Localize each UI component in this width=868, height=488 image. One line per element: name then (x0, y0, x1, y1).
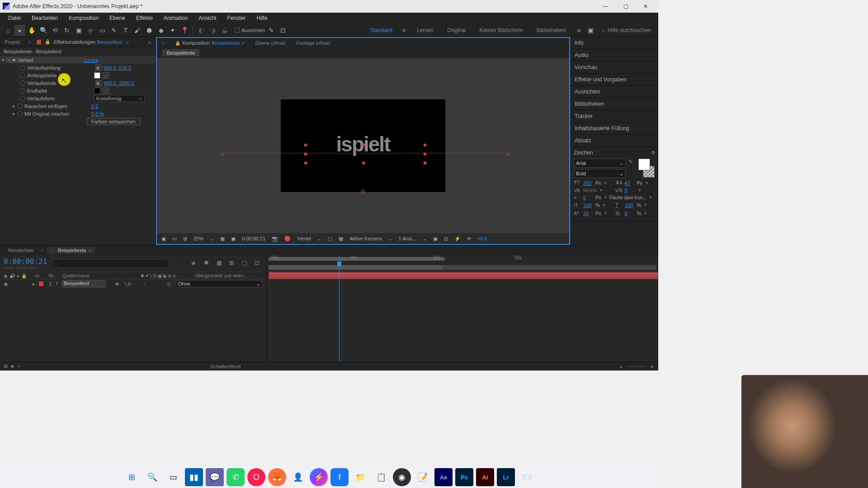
layer-duration-bar[interactable] (269, 272, 658, 279)
dropdown-verlaufsform[interactable]: Kreisförmig ⌄ (94, 95, 145, 102)
tb-obs[interactable]: ◉ (393, 468, 411, 486)
panel-audio[interactable]: Audio (570, 49, 658, 61)
align-checkbox[interactable]: Ausrichten (235, 28, 265, 33)
stopwatch-endfarbe[interactable] (20, 88, 25, 94)
eraser-tool[interactable]: ◆ (156, 25, 166, 36)
chevron-down-icon[interactable]: ⌄ (208, 236, 216, 242)
timeline-search[interactable]: ⌕ (52, 259, 169, 268)
tb-windows[interactable]: ⊞ (123, 468, 141, 486)
hand-tool[interactable]: ✋ (26, 25, 37, 36)
chevron-down-icon[interactable]: ⌄ (316, 236, 323, 242)
viewer-tab-close[interactable]: × (161, 40, 164, 46)
panel-zeichen-title[interactable]: Zeichen (574, 150, 593, 156)
stopwatch-anfangsfarbe[interactable] (20, 73, 25, 78)
panel-menu-icon[interactable]: ≡ (651, 150, 655, 156)
tab-ebene[interactable]: Ebene (ohne) (255, 40, 286, 46)
value-verlaufsanfang[interactable]: 968,0, 628,0 (104, 65, 131, 70)
workspace-kleiner[interactable]: Kleiner Bildschirm (473, 27, 529, 33)
magnify-icon[interactable]: ▣ (160, 236, 168, 242)
brush-tool[interactable]: 🖌 (132, 25, 143, 36)
menu-datei[interactable]: Datei (4, 14, 25, 23)
snap-tool[interactable]: ✎ (266, 25, 277, 36)
bbox-handle[interactable] (362, 162, 365, 164)
3d-icon[interactable]: ▣ (431, 236, 439, 242)
tb-taskview[interactable]: ▭ (164, 468, 182, 486)
panel-tracker[interactable]: Tracker (570, 110, 658, 122)
playhead[interactable] (339, 255, 340, 361)
tb-lightroom[interactable]: Lr (497, 468, 515, 486)
panel-fuellung[interactable]: Inhaltsbasierte Füllung (570, 122, 658, 135)
workspace-lernen[interactable]: Lernen (410, 27, 440, 33)
eyedropper-icon[interactable]: ✎ (628, 159, 633, 178)
tb-opera[interactable]: O (247, 468, 265, 486)
region-icon[interactable]: ▢ (326, 236, 334, 242)
zoom-level[interactable]: 25% (192, 236, 205, 241)
grid-icon[interactable]: ▦ (218, 236, 226, 242)
effect-header[interactable]: ▾ fx ▣ Verlauf Zurück (0, 56, 156, 64)
workspace-bibliotheken[interactable]: Bibliotheken (530, 27, 572, 33)
stroke-value[interactable]: 0 (583, 195, 594, 200)
swatch-anfangsfarbe[interactable] (94, 72, 100, 79)
color-icon[interactable]: 🔴 (283, 236, 292, 242)
minimize-button[interactable]: — (596, 0, 616, 13)
tab-menu-icon[interactable]: ≡ (89, 248, 91, 253)
tab-footage[interactable]: Footage (ohne) (296, 40, 330, 46)
tb-app2[interactable]: 📋 (372, 468, 390, 486)
anchor-tool[interactable]: ⊹ (85, 25, 96, 36)
eye-col-icon[interactable]: ◉ (4, 273, 8, 278)
kerning-value[interactable]: Metrik (583, 188, 597, 193)
viewer-comp-subtab[interactable]: Beispieltexte (162, 49, 199, 56)
font-family-dropdown[interactable]: Arial⌄ (574, 159, 626, 168)
timeline-layer-row[interactable]: ◉ ▸ 1 T Beispieltext ✱ ╲ fx ▫ ◎ Ohne⌄ (0, 280, 266, 288)
tb-illustrator[interactable]: Ai (476, 468, 494, 486)
tb-messenger[interactable]: ⚡ (310, 468, 328, 486)
tb-search[interactable]: 🔍 (143, 468, 161, 486)
tl-frame-icon[interactable]: ▦ (217, 259, 225, 267)
parent-pickwhip[interactable]: ◎ (167, 281, 171, 287)
panel-absatz[interactable]: Absatz (570, 135, 658, 147)
tb-whatsapp[interactable]: ✆ (226, 468, 245, 486)
tab-komposition[interactable]: 🔒 Komposition Beispieltexte ≡ (175, 40, 244, 46)
chevron-down-icon[interactable]: ⌄ (387, 236, 394, 242)
zoom-out-icon[interactable]: ▴ (620, 363, 623, 369)
crosshair-icon-2[interactable]: ⊕ (95, 80, 102, 86)
bbox-handle[interactable] (304, 153, 307, 155)
panel-bibliotheken[interactable]: Bibliotheken (570, 98, 658, 110)
sw-blur[interactable]: ▫ (144, 282, 146, 286)
wide-handle[interactable] (507, 153, 509, 156)
label-col-icon[interactable]: 🏷 (35, 273, 44, 278)
panel-effekte[interactable]: Effekte und Vorgaben (570, 74, 658, 86)
swap-colors-button[interactable]: Farben vertauschen (87, 118, 140, 125)
tb-app[interactable]: 👤 (289, 468, 307, 486)
camera-dropdown[interactable]: Aktive Kamera (348, 236, 384, 241)
tab-projekt-close[interactable]: × (26, 39, 33, 45)
workspace-menu-icon[interactable]: ≡ (399, 25, 410, 36)
tl-blur-icon[interactable]: ⊞ (229, 259, 237, 267)
help-search[interactable]: ⌕ Hilfe durchsuchen (597, 27, 656, 33)
shape-tool[interactable]: ▭ (97, 25, 108, 36)
solo-col-icon[interactable]: ● (17, 273, 19, 278)
tracking-value[interactable]: 0 (625, 188, 636, 193)
anchor-point[interactable] (361, 190, 365, 193)
tb-photoshop[interactable]: Ps (455, 468, 473, 486)
menu-ansicht[interactable]: Ansicht (194, 14, 221, 23)
footer-toggle-3[interactable]: ⊹ (17, 363, 21, 369)
renderer-icon[interactable]: ⊡ (442, 236, 450, 242)
exposure-value[interactable]: +0,0 (476, 236, 489, 241)
tl-draft-icon[interactable]: ⊡ (255, 259, 263, 267)
sw-quality[interactable]: ╲ (124, 282, 127, 286)
fast-icon[interactable]: ⚡ (453, 236, 462, 242)
views-dropdown[interactable]: 1 Ansi... (397, 236, 418, 241)
value-verlaufsende[interactable]: 960,0, 1080,0 (104, 80, 134, 86)
maximize-button[interactable]: ▢ (616, 0, 636, 13)
menu-bearbeiten[interactable]: Bearbeiten (27, 14, 62, 23)
current-timecode[interactable]: 0:00:00:21 (4, 257, 47, 266)
puppet-tool[interactable]: 📍 (179, 25, 190, 36)
swatch-endfarbe[interactable] (94, 88, 100, 94)
fx-mask-icon[interactable]: ▣ (11, 57, 16, 62)
menu-animation[interactable]: Animation (159, 14, 192, 23)
effect-name[interactable]: Verlauf (16, 57, 83, 63)
menu-effekte[interactable]: Effekte (132, 14, 157, 23)
sw-fx[interactable]: fx (128, 282, 132, 286)
layer-name-field[interactable]: Beispieltext (62, 280, 105, 287)
